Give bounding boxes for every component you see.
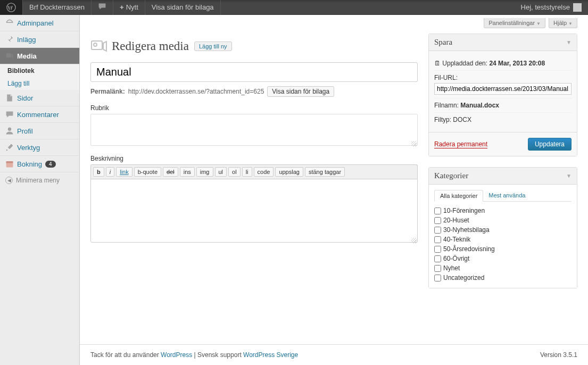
category-item: Nyhet <box>434 263 572 273</box>
filename-row: Filnamn: Manual.docx <box>434 98 572 113</box>
sidebar-label: Sidor <box>17 94 33 102</box>
comments-link[interactable] <box>92 0 113 15</box>
sidebar-item-posts[interactable]: Inlägg <box>0 31 79 48</box>
filetype-row: Filtyp: DOCX <box>434 113 572 127</box>
chevron-down-icon: ▼ <box>568 21 573 26</box>
title-input[interactable] <box>90 62 418 82</box>
help-button[interactable]: Hjälp▼ <box>549 18 577 28</box>
calendar-icon <box>5 160 14 168</box>
category-item: 40-Teknik <box>434 235 572 244</box>
update-button[interactable]: Uppdatera <box>528 138 572 151</box>
submenu-add[interactable]: Lägg till <box>0 77 79 90</box>
media-icon <box>5 52 14 60</box>
description-label: Beskrivning <box>90 155 418 162</box>
category-checkbox[interactable] <box>434 208 441 214</box>
filetype-label: Filtyp: <box>434 116 451 123</box>
page-icon <box>5 94 14 102</box>
page-title-text: Redigera media <box>112 39 189 53</box>
svg-rect-4 <box>6 161 13 163</box>
filename-value: Manual.docx <box>460 102 499 109</box>
page-heading: Redigera media Lägg till ny <box>90 38 418 55</box>
uploaded-row: 🗓 Uppladdad den: 24 Mar, 2013 20:08 <box>434 56 572 71</box>
category-checkbox[interactable] <box>434 275 441 281</box>
category-checkbox[interactable] <box>434 217 441 224</box>
editor-i-button[interactable]: i <box>106 167 114 177</box>
category-item: Uncategorized <box>434 273 572 283</box>
wordpress-link[interactable]: WordPress <box>161 351 192 359</box>
uploaded-label: Uppladdad den: <box>442 60 487 67</box>
editor-li-button[interactable]: li <box>242 167 252 177</box>
sidebar-item-booking[interactable]: Bokning 4 <box>0 156 79 172</box>
category-checkbox[interactable] <box>434 246 441 253</box>
uploaded-value: 24 Mar, 2013 20:08 <box>489 60 545 67</box>
editor-ins-button[interactable]: ins <box>180 167 195 177</box>
sidebar-item-media[interactable]: Media <box>0 48 79 64</box>
delete-permanently-link[interactable]: Radera permanent <box>434 140 487 148</box>
editor-link-button[interactable]: link <box>116 167 132 177</box>
sidebar-label: Kommentarer <box>17 111 59 119</box>
editor-ol-button[interactable]: ol <box>228 167 241 177</box>
plus-icon: + <box>120 3 124 11</box>
permalink-row: Permalänk: http://dev.dockterrassen.se/?… <box>90 86 418 97</box>
category-checkbox[interactable] <box>434 265 441 272</box>
media-submenu: Bibliotek Lägg till <box>0 64 79 90</box>
category-label: 20-Huset <box>443 217 469 224</box>
category-item: 60-Övrigt <box>434 254 572 263</box>
footer-text: | Svensk support <box>192 351 243 359</box>
category-label: 60-Övrigt <box>443 255 469 262</box>
admin-footer: Tack för att du använder WordPress | Sve… <box>80 344 588 365</box>
fileurl-input[interactable] <box>434 83 572 95</box>
permalink-label: Permalänk: <box>90 88 125 95</box>
booking-count-badge: 4 <box>45 161 56 168</box>
editor-b-button[interactable]: b <box>93 167 104 177</box>
categories-metabox-header[interactable]: Kategorier▼ <box>429 168 577 185</box>
account-link[interactable]: Hej, teststyrelse <box>515 0 588 15</box>
chevron-down-icon: ▼ <box>566 39 572 45</box>
calendar-icon: 🗓 <box>434 60 441 67</box>
new-label: Nytt <box>126 3 138 11</box>
sidebar-item-comments[interactable]: Kommentarer <box>0 106 79 123</box>
wordpress-sverige-link[interactable]: WordPress Sverige <box>243 351 298 359</box>
chevron-down-icon: ▼ <box>566 173 572 179</box>
category-checkbox[interactable] <box>434 236 441 243</box>
panel-settings-button[interactable]: Panelinställningar▼ <box>484 18 545 28</box>
chevron-down-icon: ▼ <box>536 21 541 26</box>
new-content-link[interactable]: +Nytt <box>113 0 145 15</box>
editor-stäng-taggar-button[interactable]: stäng taggar <box>305 167 345 177</box>
svg-rect-1 <box>6 53 12 57</box>
view-attachment-button[interactable]: Visa sidan för bilaga <box>267 86 334 97</box>
rubrik-textarea[interactable] <box>90 114 418 146</box>
editor-ul-button[interactable]: ul <box>215 167 227 177</box>
site-name-link[interactable]: Brf Dockterrassen <box>23 0 92 15</box>
editor-code-button[interactable]: code <box>254 167 274 177</box>
editor-img-button[interactable]: img <box>196 167 213 177</box>
category-checkbox[interactable] <box>434 255 441 262</box>
sidebar-item-dashboard[interactable]: Adminpanel <box>0 15 79 31</box>
category-list: 10-Föreningen20-Huset30-Nyhetsbilaga40-T… <box>434 206 572 283</box>
editor-del-button[interactable]: del <box>163 167 178 177</box>
editor-uppslag-button[interactable]: uppslag <box>275 167 303 177</box>
wordpress-icon <box>6 3 16 12</box>
wp-logo[interactable] <box>0 0 23 15</box>
collapse-menu[interactable]: ◀ Minimera meny <box>0 172 79 188</box>
description-textarea[interactable] <box>90 179 418 243</box>
permalink-url: http://dev.dockterrassen.se/?attachment_… <box>128 88 264 95</box>
submenu-library[interactable]: Bibliotek <box>0 64 79 77</box>
editor-b-quote-button[interactable]: b-quote <box>134 167 161 177</box>
sidebar-item-pages[interactable]: Sidor <box>0 90 79 106</box>
category-checkbox[interactable] <box>434 227 441 234</box>
save-metabox-header[interactable]: Spara▼ <box>429 34 577 51</box>
sidebar-item-tools[interactable]: Verktyg <box>0 139 79 156</box>
tab-all-categories[interactable]: Alla kategorier <box>434 190 483 202</box>
category-label: Uncategorized <box>443 274 484 281</box>
comment-icon <box>5 110 14 119</box>
save-metabox: Spara▼ 🗓 Uppladdad den: 24 Mar, 2013 20:… <box>428 34 577 156</box>
tab-most-used[interactable]: Mest använda <box>483 190 531 201</box>
sidebar-item-profile[interactable]: Profil <box>0 123 79 139</box>
screen-options-row: Panelinställningar▼ Hjälp▼ <box>80 15 588 28</box>
category-item: 10-Föreningen <box>434 206 572 215</box>
view-page-link[interactable]: Visa sidan för bilaga <box>145 0 221 15</box>
categories-metabox: Kategorier▼ Alla kategorier Mest använda… <box>428 167 577 288</box>
add-new-button[interactable]: Lägg till ny <box>194 42 232 51</box>
category-item: 20-Huset <box>434 215 572 225</box>
